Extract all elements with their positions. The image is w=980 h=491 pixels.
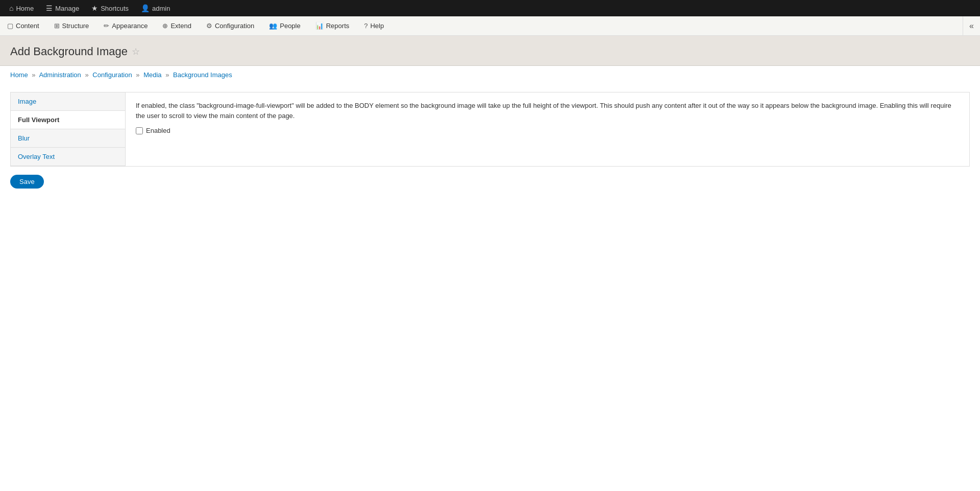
extend-icon: ⊕ [162, 22, 168, 30]
structure-icon: ⊞ [54, 22, 60, 30]
sidebar-tabs: Image Full Viewport Blur Overlay Text [11, 92, 126, 166]
manage-icon: ☰ [46, 4, 53, 12]
nav-appearance[interactable]: ✏ Appearance [96, 16, 155, 35]
main-content: Image Full Viewport Blur Overlay Text If… [0, 84, 980, 197]
nav-structure-label: Structure [62, 22, 89, 30]
admin-icon: 👤 [141, 4, 150, 12]
nav-configuration[interactable]: ⚙ Configuration [199, 16, 262, 35]
breadcrumb-home[interactable]: Home [10, 71, 28, 79]
admin-bar-admin[interactable]: 👤 admin [136, 0, 175, 16]
nav-collapse-button[interactable]: « [963, 16, 980, 35]
nav-extend[interactable]: ⊕ Extend [155, 16, 199, 35]
nav-extend-label: Extend [170, 22, 191, 30]
page-header: Add Background Image ☆ [0, 36, 980, 66]
tab-overlay-text[interactable]: Overlay Text [11, 148, 125, 166]
tab-full-viewport-label: Full Viewport [18, 116, 59, 124]
reports-icon: 📊 [315, 22, 324, 30]
help-icon: ? [364, 22, 368, 30]
tab-overlay-text-label: Overlay Text [18, 153, 55, 160]
admin-bar-shortcuts-label: Shortcuts [101, 5, 129, 12]
nav-collapse-icon: « [969, 21, 974, 31]
save-button[interactable]: Save [10, 175, 44, 189]
tab-image-label: Image [18, 98, 36, 105]
home-icon: ⌂ [9, 4, 13, 12]
configuration-icon: ⚙ [206, 22, 212, 30]
favorite-star-icon[interactable]: ☆ [132, 46, 140, 57]
secondary-nav: ▢ Content ⊞ Structure ✏ Appearance ⊕ Ext… [0, 16, 980, 36]
nav-structure[interactable]: ⊞ Structure [47, 16, 97, 35]
form-panel: If enabled, the class "background-image-… [126, 92, 969, 166]
breadcrumb-media[interactable]: Media [143, 71, 161, 79]
nav-configuration-label: Configuration [215, 22, 254, 30]
appearance-icon: ✏ [104, 22, 109, 30]
admin-bar-admin-label: admin [152, 5, 170, 12]
nav-reports-label: Reports [326, 22, 350, 30]
admin-bar-home[interactable]: ⌂ Home [4, 0, 39, 16]
breadcrumb-sep-3: » [136, 71, 139, 79]
content-icon: ▢ [7, 22, 13, 30]
nav-help[interactable]: ? Help [357, 16, 391, 35]
breadcrumb-sep-2: » [85, 71, 88, 79]
enabled-checkbox-label: Enabled [146, 127, 170, 134]
nav-content-label: Content [16, 22, 39, 30]
nav-appearance-label: Appearance [112, 22, 148, 30]
form-container: Image Full Viewport Blur Overlay Text If… [10, 92, 970, 167]
nav-reports[interactable]: 📊 Reports [308, 16, 357, 35]
nav-help-label: Help [370, 22, 384, 30]
breadcrumb-configuration[interactable]: Configuration [92, 71, 132, 79]
breadcrumb-administration[interactable]: Administration [39, 71, 81, 79]
enabled-checkbox-row: Enabled [136, 127, 959, 134]
tab-blur[interactable]: Blur [11, 129, 125, 148]
page-title: Add Background Image ☆ [10, 45, 970, 58]
nav-people[interactable]: 👥 People [262, 16, 308, 35]
admin-bar-manage[interactable]: ☰ Manage [41, 0, 84, 16]
enabled-checkbox[interactable] [136, 127, 143, 134]
admin-bar-home-label: Home [16, 5, 34, 12]
tab-image[interactable]: Image [11, 92, 125, 111]
breadcrumb-sep-4: » [165, 71, 169, 79]
shortcuts-icon: ★ [91, 4, 98, 12]
form-description: If enabled, the class "background-image-… [136, 101, 959, 121]
breadcrumb-sep-1: » [32, 71, 35, 79]
nav-content[interactable]: ▢ Content [0, 16, 47, 35]
tab-full-viewport[interactable]: Full Viewport [11, 111, 125, 129]
tab-blur-label: Blur [18, 134, 30, 142]
admin-bar-shortcuts[interactable]: ★ Shortcuts [86, 0, 134, 16]
breadcrumb: Home » Administration » Configuration » … [0, 66, 980, 84]
admin-bar: ⌂ Home ☰ Manage ★ Shortcuts 👤 admin [0, 0, 980, 16]
nav-people-label: People [280, 22, 300, 30]
breadcrumb-background-images[interactable]: Background Images [173, 71, 232, 79]
page-title-text: Add Background Image [10, 45, 128, 58]
people-icon: 👥 [269, 22, 277, 30]
admin-bar-manage-label: Manage [55, 5, 79, 12]
